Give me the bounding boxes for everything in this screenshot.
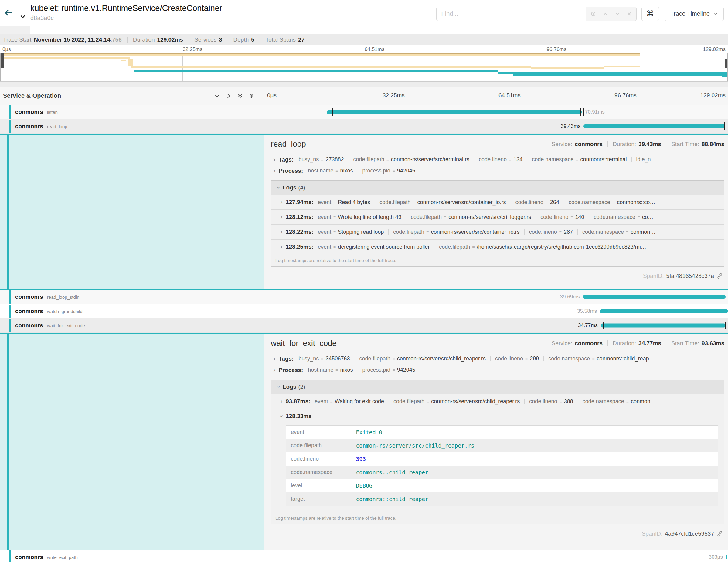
logs-section: Logs (4) 127.94ms: event=Read 4 bytescod… bbox=[271, 180, 724, 267]
kv-value: conmonrs::co… bbox=[617, 199, 655, 205]
minimap-span-segment bbox=[513, 73, 727, 76]
corner-block bbox=[0, 26, 30, 34]
tags-accordion[interactable]: Tags: busy_ns=34506763code.filepath=conm… bbox=[271, 353, 724, 364]
divider bbox=[271, 351, 724, 351]
field-value: Exited 0 bbox=[351, 426, 718, 439]
find-input[interactable] bbox=[436, 7, 586, 21]
chevron-right-icon bbox=[278, 244, 285, 250]
span-row-listen[interactable]: conmonrs listen 70.91ms bbox=[0, 105, 728, 119]
log-row[interactable]: 128.25ms: event=deregistering event sour… bbox=[271, 239, 724, 254]
deep-link-icon[interactable] bbox=[716, 273, 723, 279]
kv-key: code.filepath bbox=[353, 156, 384, 162]
logs-header[interactable]: Logs (2) bbox=[271, 380, 724, 394]
process-accordion[interactable]: Process: host.name=nixosprocess.pid=9420… bbox=[271, 165, 724, 176]
span-detail-title: read_loop bbox=[271, 139, 306, 149]
kv-value: Wrote log line of length 49 bbox=[338, 214, 401, 220]
trace-header-collapse-button[interactable] bbox=[17, 3, 29, 22]
logs-header[interactable]: Logs (4) bbox=[271, 181, 724, 195]
process-kv-list: host.name=nixosprocess.pid=942045 bbox=[308, 168, 724, 174]
spanid-label: SpanID: bbox=[642, 530, 663, 537]
span-tree-guide bbox=[7, 135, 9, 289]
kv-key: code.lineno bbox=[515, 199, 543, 205]
span-row-wait-for-exit-code[interactable]: conmonrs wait_for_exit_code 34.77ms bbox=[0, 318, 728, 333]
log-row[interactable]: 93.87ms: event=Waiting for exit codecode… bbox=[271, 394, 724, 409]
log-field-row: code.lineno393 bbox=[286, 452, 718, 466]
kv-key: code.namespace bbox=[532, 156, 573, 162]
locate-match-button[interactable] bbox=[590, 11, 596, 17]
log-row[interactable]: 128.12ms: event=Wrote log line of length… bbox=[271, 209, 724, 224]
log-row-expanded[interactable]: 128.33ms bbox=[271, 409, 724, 424]
next-match-button[interactable] bbox=[614, 11, 621, 17]
divider bbox=[260, 37, 260, 43]
collapse-one-button[interactable] bbox=[214, 93, 220, 99]
chevron-up-icon bbox=[602, 11, 608, 17]
kv-key: process.pid bbox=[362, 168, 390, 174]
span-bar[interactable] bbox=[726, 555, 727, 559]
kv-value: nixos bbox=[340, 168, 353, 174]
span-color-stripe bbox=[9, 105, 11, 119]
service-name: conmonrs bbox=[15, 554, 43, 560]
clear-search-button[interactable] bbox=[627, 11, 632, 17]
ruler-tick: 0μs bbox=[267, 92, 277, 99]
kv-key: code.namespace bbox=[583, 398, 624, 404]
log-marker-tick bbox=[724, 122, 725, 130]
expand-all-button[interactable] bbox=[249, 93, 255, 99]
expand-one-button[interactable] bbox=[226, 93, 232, 99]
chevron-down-icon bbox=[278, 413, 285, 420]
keyboard-shortcuts-button[interactable]: ⌘ bbox=[641, 7, 659, 21]
timeline-cell[interactable]: 34.77ms bbox=[264, 318, 728, 332]
span-row-read-loop[interactable]: conmonrs read_loop 39.43ms bbox=[0, 119, 728, 134]
spanid-value: 5faf48165428c37a bbox=[666, 273, 714, 279]
minimap-span-segment bbox=[128, 59, 133, 66]
kv-value: 140 bbox=[575, 214, 584, 220]
span-row-write-exit-path[interactable]: conmonrs write_exit_path 303μs bbox=[0, 550, 728, 562]
span-bar[interactable] bbox=[601, 324, 726, 328]
ruler-tick: 96.76ms bbox=[614, 92, 637, 99]
log-row[interactable]: 127.94ms: event=Read 4 bytescode.filepat… bbox=[271, 195, 724, 209]
service-name: conmonrs bbox=[15, 322, 43, 329]
timeline-cell[interactable]: 39.69ms bbox=[264, 290, 728, 304]
kv-key: code.filepath bbox=[411, 214, 442, 220]
minimap-span-segment bbox=[131, 66, 531, 68]
span-row-watch-grandchild[interactable]: conmonrs watch_grandchild 35.58ms bbox=[0, 304, 728, 318]
minimap-span-segment bbox=[725, 59, 727, 68]
span-bar[interactable] bbox=[583, 295, 726, 299]
minimap-span-segment bbox=[4, 57, 130, 59]
minimap[interactable] bbox=[0, 53, 728, 81]
service-operation-header: Service & Operation bbox=[0, 87, 264, 105]
span-bar[interactable] bbox=[583, 124, 725, 128]
span-bar[interactable] bbox=[600, 309, 728, 313]
chevron-right-icon bbox=[271, 156, 278, 163]
log-row[interactable]: 128.22ms: event=Stopping read loopcode.f… bbox=[271, 224, 724, 239]
kv-value: 134 bbox=[513, 156, 522, 162]
timeline-cell[interactable]: 303μs bbox=[264, 550, 728, 562]
kv-value: conmon-rs/server/src/child_reaper.rs bbox=[431, 398, 520, 404]
span-row-read-loop-stdin[interactable]: conmonrs read_loop_stdin 39.69ms bbox=[0, 290, 728, 304]
timeline-cell[interactable]: 35.58ms bbox=[264, 304, 728, 318]
back-button[interactable] bbox=[0, 3, 17, 22]
log-detail: eventExited 0code.filepathconmon-rs/serv… bbox=[271, 424, 724, 512]
collapse-all-button[interactable] bbox=[237, 93, 243, 99]
command-icon: ⌘ bbox=[646, 9, 654, 19]
process-accordion[interactable]: Process: host.name=nixosprocess.pid=9420… bbox=[271, 364, 724, 376]
kv-value: 34506763 bbox=[326, 356, 350, 362]
timeline-cell[interactable]: 70.91ms bbox=[264, 105, 728, 119]
tags-accordion[interactable]: Tags: busy_ns=273882code.filepath=conmon… bbox=[271, 154, 724, 165]
column-resizer-handle[interactable] bbox=[261, 98, 263, 103]
log-marker-tick bbox=[332, 108, 333, 116]
chevron-right-icon bbox=[271, 367, 278, 373]
field-key: code.lineno bbox=[286, 452, 351, 466]
deep-link-icon[interactable] bbox=[716, 530, 723, 537]
kv-value: Waiting for exit code bbox=[335, 398, 384, 404]
span-duration-label: 35.58ms bbox=[577, 308, 597, 314]
trace-view-dropdown[interactable]: Trace Timeline bbox=[665, 7, 724, 21]
double-chevron-down-icon bbox=[237, 93, 243, 99]
prev-match-button[interactable] bbox=[602, 11, 608, 17]
span-detail-panel-wait-for-exit-code: wait_for_exit_code Service:conmonrs Dura… bbox=[0, 333, 728, 550]
kv-key: busy_ns bbox=[298, 156, 319, 162]
close-icon bbox=[627, 11, 632, 17]
span-bar[interactable] bbox=[327, 110, 582, 114]
timeline-cell[interactable]: 39.43ms bbox=[264, 119, 728, 133]
kv-value: 264 bbox=[550, 199, 559, 205]
log-marker-tick bbox=[352, 108, 352, 116]
